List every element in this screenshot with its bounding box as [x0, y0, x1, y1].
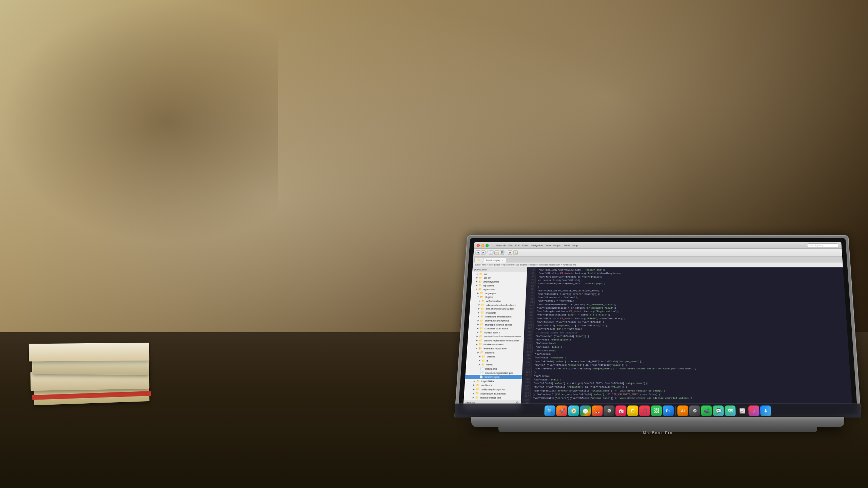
line-number-128: 128: [521, 398, 529, 401]
tree-item-views[interactable]: ▶📁views: [466, 363, 522, 367]
dock-item-maps[interactable]: 🗺: [725, 405, 736, 416]
tree-item-backend[interactable]: ▶📁backend: [467, 351, 523, 355]
tree-item-functions-php[interactable]: 📄functions.php: [465, 375, 522, 379]
dock-item-app-store[interactable]: ⬇: [760, 405, 771, 416]
line-number-107: 107: [524, 327, 532, 330]
tab-functions-php[interactable]: functions.php ✕: [483, 258, 506, 263]
dock-item-chrome[interactable]: ⬤: [580, 405, 591, 416]
menu-komodo[interactable]: Komodo: [496, 244, 506, 247]
line-number-97: 97: [526, 294, 533, 298]
menu-help[interactable]: Help: [572, 244, 578, 247]
code-line-120: "kw">continue;: [535, 349, 846, 353]
tree-item-charitable[interactable]: ▶📁charitable: [469, 311, 525, 315]
code-content[interactable]: "kw">include("var">$view_path . 'header.…: [530, 267, 852, 409]
dock-item-firefox[interactable]: 🦊: [592, 405, 603, 416]
tree-item-acf-accordion[interactable]: ▶📁acf-accordion: [470, 299, 526, 303]
code-line-103: "var">$usernameField = er_option('er_use…: [537, 303, 843, 306]
code-line-121: "kw">break;: [535, 352, 846, 356]
tree-item-advanced-custom-fields-pro[interactable]: ▶📁advanced-custom-fields-pro: [470, 303, 525, 307]
close-button[interactable]: [477, 244, 480, 247]
tree-item-charitable-license-seeker[interactable]: ▶📁charitable-license-seeker: [469, 323, 524, 327]
dock-item-notes[interactable]: 🗒: [627, 405, 638, 416]
tree-item-regenerate-thumbnails[interactable]: ▶📁regenerate-thumbnails: [464, 391, 521, 395]
code-line-119: "kw">case 'title':: [535, 345, 846, 349]
tree-item-it[interactable]: ▶📁it: [466, 359, 522, 363]
code-line-133: "var">$results['errors']["var">$field['u…: [533, 389, 849, 393]
line-number-111: 111: [524, 340, 531, 344]
dock-item-messages[interactable]: 💬: [713, 405, 724, 416]
books-stack: [27, 336, 156, 403]
dock-item-finder[interactable]: 🔍: [544, 405, 555, 416]
menu-file[interactable]: File: [508, 244, 513, 247]
tree-item-contact-form-7[interactable]: ▶📁contact-form-7: [468, 330, 524, 334]
dock-item-proxyman[interactable]: ⚙: [604, 405, 614, 416]
maximize-button[interactable]: [486, 244, 489, 247]
dock-item-photos[interactable]: 🖼: [651, 405, 662, 416]
save-button[interactable]: 💾: [500, 250, 505, 255]
run-button[interactable]: ▶: [508, 250, 512, 255]
goto-anything-search[interactable]: Go to Anything: [807, 243, 839, 247]
dock-item-facetime[interactable]: 📹: [701, 405, 712, 416]
titlebar: Komodo File Edit Code Navigation View Pr…: [474, 242, 842, 249]
book-4: [29, 343, 149, 361]
tree-item-src[interactable]: ▶📁src: [472, 272, 527, 276]
line-number-117: 117: [523, 360, 531, 364]
tree-item-custom-registration-form-builder-with-submiss---[interactable]: ▶📁custom-registration-form-builder-with-…: [468, 339, 524, 343]
tree-item-continues---[interactable]: ▶📁continues...: [465, 383, 521, 387]
tree-item-cgi-bin[interactable]: ▶📁cgi-bin: [472, 276, 526, 280]
tree-item-wp-admin[interactable]: ▶📁wp-admin: [471, 284, 526, 287]
tree-item-relative-image-urls[interactable]: ▶📁relative-image-urls: [464, 396, 521, 400]
line-number-123: 123: [522, 381, 530, 384]
forward-button[interactable]: ▶: [481, 250, 486, 255]
tree-item-contact-form-7-to-database-extension[interactable]: ▶📁contact-form-7-to-database-extension: [468, 334, 524, 339]
dock-item-safari[interactable]: 🧭: [568, 405, 579, 416]
tree-item-amr-shortcode-any-widget[interactable]: ▶📁amr-shortcode-any-widget: [470, 307, 525, 311]
tree-item-charitable-ambassadors[interactable]: ▶📁charitable-ambassadors: [469, 315, 525, 319]
dock-item-calendar[interactable]: 📅: [615, 405, 626, 416]
dock-item-preferences[interactable]: ⚙: [689, 405, 700, 416]
tree-item-extended-registration[interactable]: ▼📂extended-registration: [467, 347, 523, 351]
line-number-109: 109: [524, 333, 532, 337]
tree-item-plugins[interactable]: ▼📂plugins: [471, 295, 526, 299]
dock-item-itunes[interactable]: ♪: [748, 405, 760, 416]
line-number-94: 94: [526, 284, 534, 287]
new-file-button[interactable]: 📄: [489, 250, 494, 255]
back-button[interactable]: ◀: [475, 250, 480, 255]
line-number-115: 115: [523, 353, 531, 357]
file-tree-panel: public_html ▶📁src▶📁cgi-bin▶📁phpmayadmin▶…: [463, 267, 527, 409]
code-line-117: "kw">case 'description':: [536, 338, 845, 342]
dock-item-photoshop[interactable]: Ps: [663, 405, 674, 416]
menu-edit[interactable]: Edit: [515, 244, 519, 247]
code-editor[interactable]: 8990919293949596979899100101102103104105…: [520, 267, 852, 409]
code-line-89: "kw">include("var">$view_path . 'header.…: [539, 268, 841, 272]
dock-item-illustrator[interactable]: Ai: [677, 405, 688, 416]
dock-item-music[interactable]: 🎵: [639, 405, 650, 416]
tab-file-tree[interactable]: 📁: [474, 258, 484, 263]
code-line-100: "var">$results = array('errors' =>array(…: [538, 292, 843, 296]
open-button[interactable]: 📂: [494, 250, 499, 255]
menu-code[interactable]: Code: [522, 244, 528, 247]
tree-item-charitable-anonymous[interactable]: ▶📁charitable-anonymous: [469, 319, 525, 323]
tree-item-classes[interactable]: ▶📁classes: [467, 354, 523, 359]
tree-item-debug-php[interactable]: 📄debug.php: [466, 367, 522, 371]
tree-item-really-simple-captcha[interactable]: ▶📁really-simple-captcha: [464, 387, 521, 391]
debug-button[interactable]: 🐛: [513, 250, 518, 255]
dock-item-stocks[interactable]: 📈: [736, 405, 748, 416]
menu-navigation[interactable]: Navigation: [531, 244, 543, 247]
minimize-button[interactable]: [481, 244, 485, 247]
tree-item-disable-comments[interactable]: ▶📁disable-comments: [467, 343, 523, 347]
tree-item-phpmayadmin[interactable]: ▶📁phpmayadmin: [472, 280, 527, 284]
tree-item-layerslider[interactable]: ▶📁LayerSlider: [465, 379, 522, 383]
tree-item-languages[interactable]: ▶📁languages: [471, 291, 526, 295]
menu-view[interactable]: View: [545, 244, 551, 247]
line-number-126: 126: [521, 391, 529, 394]
dock-item-launchpad[interactable]: 🚀: [556, 405, 567, 416]
tree-item-extended-registration-php[interactable]: 📄extended-registration.php: [465, 371, 522, 375]
code-line-112: "var">$field['id'] = "kw">null;: [536, 327, 845, 331]
wall-shadow: [0, 0, 278, 244]
menu-project[interactable]: Project: [553, 244, 561, 247]
tree-item-wp-content[interactable]: ▼📂wp-content: [471, 287, 526, 291]
tree-item-charitable-user-avatar[interactable]: ▶📁charitable-user-avatar: [468, 327, 524, 331]
screen-bezel: Komodo File Edit Code Navigation View Pr…: [458, 238, 858, 414]
menu-tools[interactable]: Tools: [564, 244, 570, 247]
